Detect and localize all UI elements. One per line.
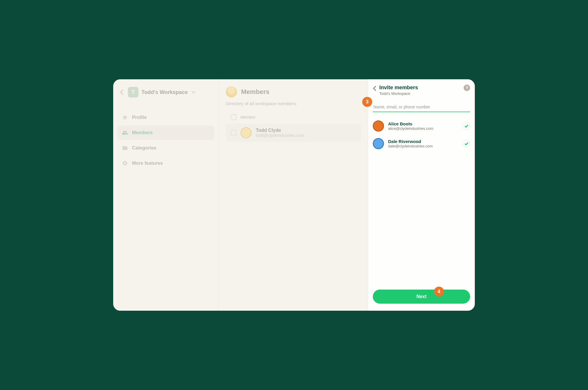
back-icon[interactable] (118, 89, 125, 95)
workspace-switcher[interactable]: T Todd's Workspace (117, 85, 214, 100)
main-content: Members Directory of all workspace membe… (218, 79, 368, 311)
sidebar-item-label: More features (132, 161, 163, 166)
avatar (240, 127, 252, 138)
workspace-avatar: T (128, 87, 138, 98)
invite-item[interactable]: Dale Riverwood dale@clydeindustries.com (373, 138, 470, 149)
chevron-down-icon[interactable] (191, 90, 196, 95)
invitee-email: dale@clydeindustries.com (388, 144, 458, 148)
column-header-member: Member (240, 115, 255, 120)
page-title: Members (241, 88, 270, 96)
sidebar-item-label: Profile (132, 115, 147, 120)
next-button[interactable]: Next (373, 290, 470, 304)
table-header: Member (226, 111, 361, 124)
sidebar-item-categories[interactable]: Categories (117, 141, 214, 155)
workspace-name: Todd's Workspace (141, 89, 188, 95)
sidebar: T Todd's Workspace Profile Members Categ… (113, 79, 218, 311)
panel-title: Invite members (379, 85, 461, 91)
invitee-name: Dale Riverwood (388, 139, 458, 144)
panel-back-button[interactable] (373, 85, 376, 93)
avatar (373, 138, 384, 149)
sidebar-item-label: Members (132, 130, 153, 135)
panel-header: Invite members Todd's Workspace ? (373, 85, 470, 96)
invite-list: Alice Boots alice@clydeindustries.com Da… (373, 120, 470, 149)
member-name: Todd Clyde (256, 128, 304, 133)
member-email: todd@clydeindustries.com (256, 133, 304, 138)
sidebar-item-label: Categories (132, 145, 156, 151)
invite-panel: 3 4 Invite members Todd's Workspace ? Al… (368, 79, 475, 311)
invite-item[interactable]: Alice Boots alice@clydeindustries.com (373, 120, 470, 132)
selected-check-icon[interactable] (462, 140, 470, 147)
sidebar-item-profile[interactable]: Profile (117, 110, 214, 125)
invitee-name: Alice Boots (388, 121, 458, 126)
app-window: T Todd's Workspace Profile Members Categ… (113, 79, 475, 311)
row-checkbox[interactable] (230, 130, 236, 136)
page-subtitle: Directory of all workspace members. (226, 101, 361, 106)
invite-input[interactable] (373, 102, 470, 112)
main-header: Members (226, 86, 361, 98)
select-all-checkbox[interactable] (230, 114, 236, 120)
help-icon[interactable]: ? (464, 85, 470, 91)
callout-step-4: 4 (434, 287, 444, 297)
gear-icon (122, 160, 128, 166)
callout-step-3: 3 (362, 97, 372, 107)
sidebar-item-more-features[interactable]: More features (117, 156, 214, 170)
sidebar-item-members[interactable]: Members (117, 126, 214, 140)
folder-icon (122, 145, 128, 151)
members-header-icon (226, 86, 237, 98)
member-info: Todd Clyde todd@clydeindustries.com (256, 128, 304, 138)
home-icon (122, 115, 128, 120)
invitee-email: alice@clydeindustries.com (388, 126, 458, 131)
member-row[interactable]: Todd Clyde todd@clydeindustries.com (226, 124, 361, 142)
panel-subtitle: Todd's Workspace (379, 91, 461, 96)
selected-check-icon[interactable] (462, 122, 470, 130)
avatar (373, 120, 384, 132)
people-icon (122, 130, 128, 136)
